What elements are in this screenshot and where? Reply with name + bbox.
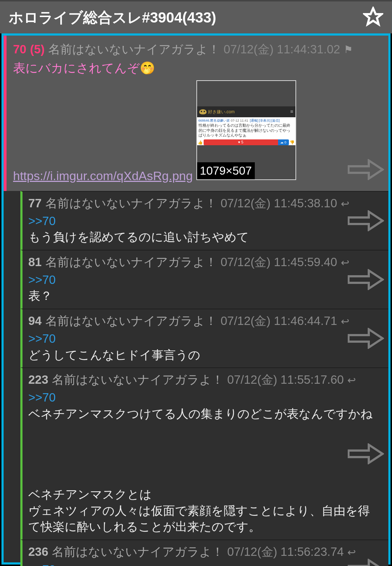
quote-link[interactable]: >>70 bbox=[28, 390, 56, 406]
forward-arrow-icon[interactable] bbox=[348, 559, 384, 566]
image-thumbnail[interactable]: 好き嫌い.com ≡ 668646.匿名@嫌い派 07-12 11:41 [通報… bbox=[196, 80, 296, 180]
mask-icon bbox=[199, 109, 207, 114]
post-number: 94 bbox=[28, 314, 42, 328]
poster-name: 名前はないないナイアガラよ！ bbox=[52, 544, 224, 560]
quote-link[interactable]: >>70 bbox=[28, 331, 56, 347]
post-meta: 223名前はないないナイアガラよ！07/12(金) 11:55:17.60↩ bbox=[28, 372, 382, 388]
reply-count: (5) bbox=[30, 42, 45, 56]
poster-name: 名前はないないナイアガラよ！ bbox=[52, 372, 224, 388]
op-text: 表にバカにされてんぞ🤭 bbox=[13, 60, 382, 77]
post-meta: 94名前はないないナイアガラよ！07/12(金) 11:46:44.71↩ bbox=[28, 313, 382, 329]
post-number: 77 bbox=[28, 196, 42, 210]
reply-icon[interactable]: ↩ bbox=[347, 374, 356, 386]
post-date: 07/12(金) 11:56:23.74 bbox=[227, 544, 344, 560]
forward-arrow-icon[interactable] bbox=[348, 210, 384, 231]
post-body: >>70もう負けを認めてるのに追い討ちやめて bbox=[28, 213, 382, 245]
post-body: >>70人間の根幹にあるからなルッキズムは bbox=[28, 562, 382, 566]
reply-post[interactable]: 236名前はないないナイアガラよ！07/12(金) 11:56:23.74↩>>… bbox=[20, 539, 388, 566]
post-meta: 77名前はないないナイアガラよ！07/12(金) 11:45:38.10↩ bbox=[28, 195, 382, 212]
hamburger-icon: ≡ bbox=[290, 108, 293, 115]
post-date: 07/12(金) 11:55:17.60 bbox=[227, 372, 344, 388]
attachment-link[interactable]: https://i.imgur.com/qXdAsRg.png bbox=[13, 168, 193, 184]
reply-icon[interactable]: ↩ bbox=[341, 315, 349, 327]
thumbs-up-icon: 👍 bbox=[197, 140, 204, 145]
image-dimensions: 1079×507 bbox=[197, 162, 255, 179]
op-post[interactable]: 70 (5) 名前はないないナイアガラよ！ 07/12(金) 11:44:31.… bbox=[4, 36, 388, 191]
reply-icon[interactable]: ↩ bbox=[341, 198, 349, 210]
post-body: 表にバカにされてんぞ🤭 https://i.imgur.com/qXdAsRg.… bbox=[13, 60, 382, 184]
post-meta: 81名前はないないナイアガラよ！07/12(金) 11:45:59.40↩ bbox=[28, 254, 382, 270]
forward-arrow-icon[interactable] bbox=[348, 443, 384, 464]
quote-link[interactable]: >>70 bbox=[28, 562, 56, 566]
post-number: 223 bbox=[28, 373, 48, 387]
quote-link[interactable]: >>70 bbox=[28, 213, 56, 229]
reply-post[interactable]: 94名前はないないナイアガラよ！07/12(金) 11:46:44.71↩>>7… bbox=[20, 309, 388, 367]
thread-title: ホロライブ総合スレ#3904(433) bbox=[9, 8, 216, 28]
svg-marker-0 bbox=[365, 8, 382, 24]
thread-container: 70 (5) 名前はないないナイアガラよ！ 07/12(金) 11:44:31.… bbox=[1, 33, 391, 565]
poster-name: 名前はないないナイアガラよ！ bbox=[45, 195, 217, 212]
post-number: 81 bbox=[28, 255, 42, 269]
post-number: 236 bbox=[28, 545, 48, 559]
post-body: >>70どうしてこんなヒドイ事言うの bbox=[28, 331, 382, 363]
flag-icon[interactable]: ⚑ bbox=[344, 44, 353, 56]
reply-post[interactable]: 77名前はないないナイアガラよ！07/12(金) 11:45:38.10↩>>7… bbox=[20, 191, 388, 250]
app-header: ホロライブ総合スレ#3904(433) bbox=[0, 0, 392, 33]
poster-name: 名前はないないナイアガラよ！ bbox=[48, 41, 220, 58]
post-date: 07/12(金) 11:44:31.02 bbox=[224, 41, 340, 58]
post-date: 07/12(金) 11:45:59.40 bbox=[221, 254, 337, 270]
reply-icon[interactable]: ↩ bbox=[341, 257, 349, 269]
quote-link[interactable]: >>70 bbox=[28, 272, 56, 288]
forward-arrow-icon[interactable] bbox=[348, 269, 384, 290]
post-meta: 70 (5) 名前はないないナイアガラよ！ 07/12(金) 11:44:31.… bbox=[13, 41, 382, 58]
post-date: 07/12(金) 11:46:44.71 bbox=[221, 313, 337, 329]
poster-name: 名前はないないナイアガラよ！ bbox=[45, 254, 217, 270]
thumbs-down-icon: 👎 bbox=[289, 140, 295, 145]
post-meta: 236名前はないないナイアガラよ！07/12(金) 11:56:23.74↩ bbox=[28, 544, 382, 560]
forward-arrow-icon[interactable] bbox=[348, 328, 384, 349]
forward-arrow-icon[interactable] bbox=[348, 159, 384, 180]
favorite-star-icon[interactable] bbox=[363, 7, 383, 28]
poster-name: 名前はないないナイアガラよ！ bbox=[45, 313, 217, 329]
reply-icon[interactable]: ↩ bbox=[347, 546, 356, 558]
post-body: >>70表？ bbox=[28, 272, 382, 304]
thumbnail-content: 好き嫌い.com ≡ 668646.匿名@嫌い派 07-12 11:41 [通報… bbox=[197, 106, 295, 145]
reply-post[interactable]: 223名前はないないナイアガラよ！07/12(金) 11:55:17.60↩>>… bbox=[20, 367, 388, 539]
reply-post[interactable]: 81名前はないないナイアガラよ！07/12(金) 11:45:59.40↩>>7… bbox=[20, 250, 388, 309]
post-body: >>70ベネチアンマスクつけてる人の集まりのどこが表なんですかねベネチアンマスク… bbox=[28, 390, 382, 535]
post-date: 07/12(金) 11:45:38.10 bbox=[221, 195, 337, 212]
post-number: 70 bbox=[13, 42, 26, 56]
